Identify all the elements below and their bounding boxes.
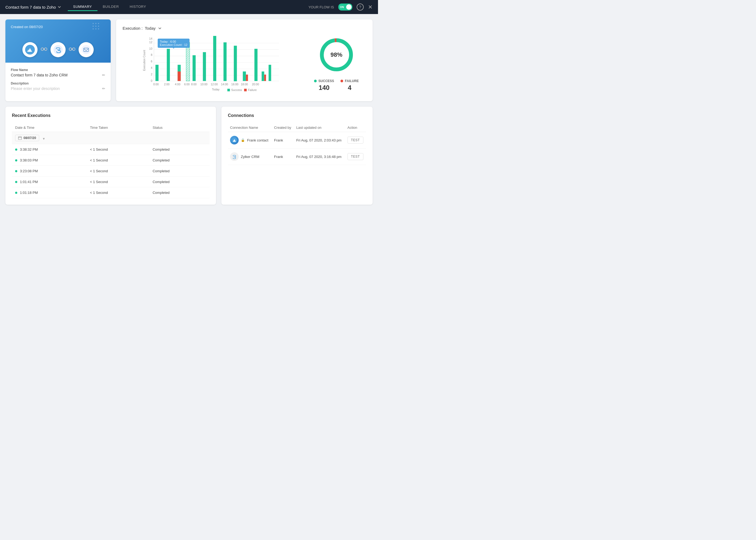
flow-icons-row [11, 42, 105, 57]
svg-point-65 [232, 154, 237, 159]
svg-text:Today: Today [212, 88, 220, 91]
flow-card-header: Created on 08/07/20 [5, 19, 111, 63]
svg-rect-52 [227, 89, 230, 91]
execution-row[interactable]: 1:01:18 PM < 1 Second Completed [12, 188, 209, 198]
execution-row[interactable]: 3:38:03 PM < 1 Second Completed [12, 155, 209, 166]
flow-card: Created on 08/07/20 [5, 19, 111, 101]
status-dot [15, 170, 17, 172]
donut-chart: 98% [317, 36, 355, 74]
svg-point-6 [93, 28, 94, 30]
bar-1-success [167, 49, 170, 81]
close-button[interactable]: ✕ [368, 4, 373, 10]
svg-point-0 [93, 23, 94, 24]
flow-name-label: Flow Name [11, 68, 105, 72]
svg-text:Failure: Failure [248, 88, 257, 91]
svg-text:Success: Success [231, 88, 242, 91]
connections-table: Connection Name Created by Last updated … [228, 123, 366, 165]
svg-point-19 [81, 45, 91, 54]
tab-history[interactable]: HISTORY [124, 3, 152, 11]
flow-card-body: Flow Name Contact form 7 data to Zoho CR… [5, 63, 111, 96]
svg-rect-18 [71, 49, 73, 50]
svg-text:10: 10 [149, 47, 153, 50]
svg-point-2 [98, 23, 99, 24]
status-completed: Completed [149, 155, 209, 166]
svg-point-7 [95, 28, 96, 30]
recent-executions-title: Recent Executions [12, 113, 209, 118]
success-label: SUCCESS [318, 79, 334, 83]
lock-icon: 🔒 [241, 138, 245, 142]
svg-text:16:00: 16:00 [231, 82, 238, 86]
mountain-icon [25, 45, 35, 55]
execution-row[interactable]: 1:01:41 PM < 1 Second Completed [12, 177, 209, 188]
test-button-1[interactable]: TEST [347, 153, 363, 160]
svg-text:8: 8 [151, 53, 152, 57]
conn-name: Frank contact [247, 138, 268, 142]
help-icon[interactable]: ? [357, 4, 364, 11]
conn-name-cell: 🔒 Frank contact [230, 136, 270, 144]
svg-rect-14 [43, 49, 45, 50]
execution-period: Today [145, 26, 156, 31]
status-completed: Completed [149, 177, 209, 188]
toggle-on-label: ON [339, 6, 344, 9]
toggle-knob [346, 4, 351, 10]
svg-text:4:00: 4:00 [175, 82, 181, 86]
nav-left: Contact form 7 data to Zoho SUMMARY BUIL… [5, 3, 152, 11]
svg-text:14:00: 14:00 [221, 82, 228, 86]
bar-5-success [203, 52, 206, 81]
flow-status-label: YOUR FLOW IS [308, 5, 334, 9]
conn-last-updated-1: Fri Aug, 07 2020, 3:16:48 pm [294, 149, 345, 165]
svg-text:0: 0 [151, 79, 152, 82]
nav-tabs: SUMMARY BUILDER HISTORY [68, 3, 152, 11]
svg-text:0:00: 0:00 [153, 82, 159, 86]
success-count: 140 [318, 84, 329, 91]
connections-card: Connections Connection Name Created by L… [221, 107, 373, 204]
zoho-link-icon-bubble [51, 42, 65, 57]
nav-right: YOUR FLOW IS ON ? ✕ [308, 4, 373, 11]
svg-text:8:00: 8:00 [191, 82, 197, 86]
conn-name-cell-1: Zylker CRM [230, 152, 270, 161]
svg-text:18:00: 18:00 [241, 82, 248, 86]
execution-dropdown-icon[interactable] [158, 26, 162, 31]
col-datetime: Date & Time [12, 123, 87, 132]
execution-row[interactable]: 3:38:32 PM < 1 Second Completed [12, 144, 209, 155]
status-dot [15, 181, 17, 183]
col-conn-action: Action [345, 123, 366, 132]
flow-toggle[interactable]: ON [338, 4, 352, 11]
bar-12-success [269, 65, 271, 81]
status-dot [15, 192, 17, 194]
tab-builder[interactable]: BUILDER [97, 3, 124, 11]
success-dot [314, 80, 317, 82]
flow-desc-field[interactable]: Please enter your description ✏ [11, 86, 105, 91]
status-dot [15, 159, 17, 162]
mountain-icon-bubble [22, 42, 38, 57]
executions-table: Date & Time Time Taken Status [12, 123, 209, 198]
tab-summary[interactable]: SUMMARY [68, 3, 97, 11]
zoho-link-icon [54, 45, 63, 54]
flow-name-edit-icon[interactable]: ✏ [102, 73, 105, 77]
svg-text:14: 14 [149, 37, 153, 40]
svg-text:2: 2 [151, 72, 152, 76]
flow-desc-edit-icon[interactable]: ✏ [102, 86, 105, 91]
bottom-row: Recent Executions Date & Time Time Taken… [5, 107, 373, 204]
bar-7-success [223, 42, 226, 81]
success-legend: SUCCESS 140 [314, 79, 334, 91]
bar-3-active [186, 42, 189, 81]
top-row: Created on 08/07/20 [5, 19, 373, 101]
flow-title[interactable]: Contact form 7 data to Zoho [5, 5, 61, 9]
flow-title-text: Contact form 7 data to Zoho [5, 5, 56, 9]
chain-icon-2 [69, 47, 75, 51]
svg-text:10:00: 10:00 [200, 82, 207, 86]
date-badge: 08/07/20 [15, 135, 39, 141]
svg-point-3 [93, 26, 94, 27]
created-label: Created on 08/07/20 [11, 25, 105, 29]
mail-icon [81, 45, 91, 54]
svg-text:6: 6 [151, 60, 152, 63]
execution-row[interactable]: 3:23:08 PM < 1 Second Completed [12, 166, 209, 177]
chain-connector-2 [69, 47, 75, 53]
col-timetaken: Time Taken [87, 123, 149, 132]
bar-6-success [213, 36, 216, 81]
connection-row: Zylker CRM Frank Fri Aug, 07 2020, 3:16:… [228, 149, 366, 165]
donut-legend: SUCCESS 140 FAILURE 4 [314, 79, 359, 91]
mountain-conn-icon [230, 136, 239, 144]
test-button-0[interactable]: TEST [347, 137, 363, 144]
